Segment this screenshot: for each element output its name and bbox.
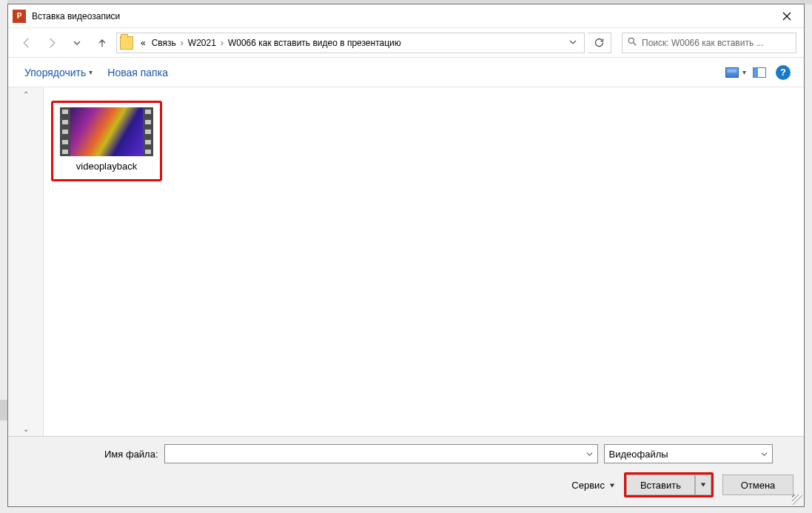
breadcrumb-item[interactable]: Связь xyxy=(149,38,179,48)
video-thumbnail xyxy=(60,107,153,156)
toolbar: Упорядочить ▾ Новая папка ▾ ? xyxy=(8,58,804,87)
tools-label: Сервис xyxy=(571,480,605,491)
file-name-label: videoplayback xyxy=(76,161,137,172)
bottom-panel: Имя файла: Видеофайлы Сервис xyxy=(8,436,804,506)
picture-icon xyxy=(725,67,739,78)
help-button[interactable]: ? xyxy=(773,62,793,83)
breadcrumb[interactable]: « Связь › W2021 › W0066 как вставить вид… xyxy=(116,33,585,53)
chevron-down-icon: ▾ xyxy=(89,68,93,76)
help-icon: ? xyxy=(776,65,791,80)
search-placeholder: Поиск: W0066 как вставить ... xyxy=(642,38,763,48)
navbar: « Связь › W2021 › W0066 как вставить вид… xyxy=(8,28,804,58)
forward-button[interactable] xyxy=(41,32,63,54)
new-folder-button[interactable]: Новая папка xyxy=(101,64,174,81)
dialog-title: Вставка видеозаписи xyxy=(32,11,120,21)
svg-point-0 xyxy=(628,38,634,43)
breadcrumb-item[interactable]: W2021 xyxy=(185,38,219,48)
scroll-up-icon[interactable]: ⌃ xyxy=(8,90,43,98)
cancel-label: Отмена xyxy=(741,480,776,491)
insert-video-dialog: P Вставка видеозаписи « Связь › W2021 › … xyxy=(7,4,805,507)
up-button[interactable] xyxy=(91,32,113,54)
refresh-button[interactable] xyxy=(588,33,611,53)
file-item-videoplayback[interactable]: videoplayback xyxy=(51,101,162,181)
insert-button[interactable]: Вставить xyxy=(626,475,695,495)
folder-icon xyxy=(120,36,133,50)
filetype-label: Видеофайлы xyxy=(609,449,668,460)
resize-grip[interactable] xyxy=(792,494,802,505)
film-strip-icon xyxy=(143,107,153,156)
recent-locations-button[interactable] xyxy=(66,32,88,54)
nav-pane-collapsed[interactable]: ⌃ ⌄ xyxy=(8,87,44,436)
organize-label: Упорядочить xyxy=(24,67,86,78)
breadcrumb-dropdown[interactable] xyxy=(565,38,581,48)
insert-label: Вставить xyxy=(640,480,681,491)
view-mode-button[interactable] xyxy=(722,62,742,83)
titlebar: P Вставка видеозаписи xyxy=(8,4,804,28)
main-area: ⌃ ⌄ videoplayback xyxy=(8,87,804,436)
close-button[interactable] xyxy=(770,4,804,28)
chevron-down-icon[interactable] xyxy=(761,449,768,460)
insert-dropdown-button[interactable] xyxy=(695,475,711,495)
breadcrumb-item[interactable]: W0066 как вставить видео в презентацию xyxy=(225,38,404,48)
filetype-dropdown[interactable]: Видеофайлы xyxy=(604,444,773,463)
scroll-down-icon[interactable]: ⌄ xyxy=(8,425,43,433)
new-folder-label: Новая папка xyxy=(107,67,168,78)
chevron-down-icon xyxy=(609,480,615,491)
filename-label: Имя файла: xyxy=(104,449,158,460)
search-input[interactable]: Поиск: W0066 как вставить ... xyxy=(622,33,796,53)
insert-button-highlight: Вставить xyxy=(624,472,714,497)
filename-input[interactable] xyxy=(164,444,598,463)
chevron-down-icon[interactable] xyxy=(586,449,593,460)
chevron-right-icon[interactable]: › xyxy=(219,38,225,48)
organize-button[interactable]: Упорядочить ▾ xyxy=(19,64,98,81)
file-list[interactable]: videoplayback xyxy=(44,87,804,436)
preview-pane-icon xyxy=(753,67,766,78)
film-strip-icon xyxy=(60,107,70,156)
powerpoint-icon: P xyxy=(13,10,26,23)
preview-pane-button[interactable] xyxy=(749,62,770,83)
back-button[interactable] xyxy=(16,32,38,54)
chevron-down-icon[interactable]: ▾ xyxy=(742,68,746,76)
cancel-button[interactable]: Отмена xyxy=(722,475,793,495)
tools-button[interactable]: Сервис xyxy=(571,480,615,491)
search-icon xyxy=(627,36,637,49)
breadcrumb-prefix: « xyxy=(138,38,149,48)
chevron-right-icon[interactable]: › xyxy=(179,38,185,48)
